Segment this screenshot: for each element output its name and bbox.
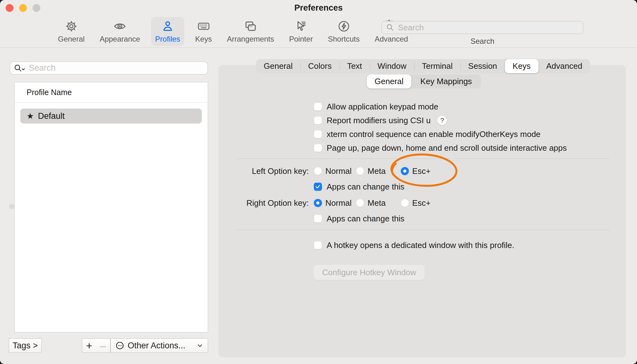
toolbar-item-shortcuts[interactable]: Shortcuts [324,17,364,46]
search-with-scope-icon [13,63,26,73]
tab-advanced[interactable]: Advanced [538,59,590,73]
row-keypad-mode: Allow application keypad mode [314,102,438,112]
cursor-icon [294,19,308,33]
radio-left-normal[interactable] [314,167,322,175]
right-option-meta[interactable]: Meta [356,198,386,208]
keyboard-icon [196,19,211,33]
eye-icon [112,19,128,33]
subtab-general[interactable]: General [367,74,411,88]
tab-session[interactable]: Session [461,59,505,73]
person-icon [161,19,174,33]
toolbar-search-field[interactable] [381,21,583,34]
checkbox-keypad-mode[interactable] [314,103,322,111]
tab-terminal[interactable]: Terminal [414,59,461,73]
toolbar-search-input[interactable] [397,23,579,33]
toolbar-item-general[interactable]: General [54,17,89,46]
tab-text[interactable]: Text [339,59,370,73]
row-csi-u: Report modifiers using CSI u ? [314,115,447,125]
right-option-esc[interactable]: Esc+ [401,198,431,208]
tab-colors[interactable]: Colors [300,59,339,73]
search-icon [386,23,395,32]
toolbar: General Appearance Profi [0,16,637,48]
configure-hotkey-window-button[interactable]: Configure Hotkey Window [313,265,425,280]
titlebar: Preferences [0,0,637,16]
tab-keys[interactable]: Keys [505,59,538,73]
subtab-key-mappings[interactable]: Key Mappings [411,74,481,88]
right-option-key-row: Right Option key: Normal Meta Esc+ [237,198,431,208]
profile-tab-bar: General Colors Text Window Terminal Sess… [256,59,590,73]
remove-profile-button[interactable]: – [96,338,110,353]
radio-left-esc[interactable] [401,167,409,175]
tab-general[interactable]: General [256,59,300,73]
hotkey-row: A hotkey opens a dedicated window with t… [314,240,514,250]
other-actions-dropdown[interactable]: Other Actions... [110,338,208,353]
keys-subtab-bar: General Key Mappings [367,74,481,88]
right-option-normal[interactable]: Normal [314,198,352,208]
tab-window[interactable]: Window [370,59,414,73]
left-option-esc[interactable]: Esc+ [401,166,431,176]
checkbox-csi-u[interactable] [314,116,322,124]
profile-row-default[interactable]: ★ Default [20,109,202,124]
left-option-normal[interactable]: Normal [314,166,352,176]
profile-list: Profile Name ★ Default [14,82,208,332]
checkbox-hotkey-window[interactable] [314,241,322,249]
toolbar-item-arrangements[interactable]: Arrangements [223,17,278,46]
checkbox-left-apps-change[interactable] [314,183,322,191]
row-page-scroll: Page up, page down, home and end scroll … [314,143,567,153]
profile-search-input[interactable] [28,63,204,73]
row-modify-other-keys: xterm control sequence can enable modify… [314,129,541,139]
bolt-circle-icon [337,19,350,33]
star-icon: ★ [27,112,34,120]
toolbar-item-profiles[interactable]: Profiles [151,17,184,46]
help-button[interactable]: ? [437,115,447,125]
profile-search-field[interactable] [10,61,208,75]
profile-name: Default [38,111,65,121]
splitter-handle[interactable] [9,204,14,209]
left-option-meta[interactable]: Meta [356,166,386,176]
tags-button[interactable]: Tags > [9,338,42,353]
gear-icon [65,19,78,33]
right-apps-can-change-row: Apps can change this [314,214,405,224]
toolbar-search-caption: Search [381,37,583,46]
left-apps-can-change-row: Apps can change this [314,182,405,192]
circle-ellipsis-icon [115,341,125,350]
window-title: Preferences [0,3,637,13]
checkbox-page-scroll[interactable] [314,144,322,152]
radio-right-meta[interactable] [356,199,364,207]
chevron-down-icon [196,342,203,349]
profile-list-header: Profile Name [15,82,208,103]
radio-right-esc[interactable] [401,199,409,207]
separator [237,159,610,159]
separator [237,230,610,230]
toolbar-item-appearance[interactable]: Appearance [95,17,144,46]
toolbar-item-keys[interactable]: Keys [191,17,216,46]
windows-icon [243,19,258,33]
radio-left-meta[interactable] [356,167,364,175]
left-option-key-row: Left Option key: Normal Meta Esc+ [237,166,431,176]
toolbar-item-pointer[interactable]: Pointer [285,17,317,46]
checkbox-modify-other-keys[interactable] [314,130,322,138]
other-actions-label: Other Actions... [128,341,186,351]
checkbox-right-apps-change[interactable] [314,215,322,223]
toolbar-divider [0,48,637,48]
preferences-window: Preferences General Appearance [0,0,637,364]
add-profile-button[interactable]: + [82,338,96,353]
radio-right-normal[interactable] [314,199,322,207]
